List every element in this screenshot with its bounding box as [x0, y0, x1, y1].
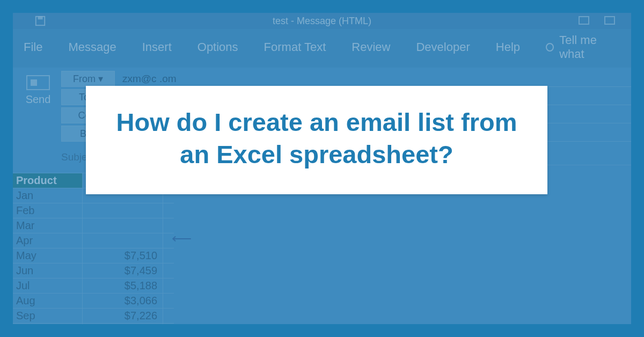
window-titlebar: test - Message (HTML) — [13, 13, 631, 29]
sheet-row: Jul$5,188 — [13, 278, 174, 293]
tell-me-label: Tell me what — [559, 33, 620, 61]
send-button[interactable]: Send — [26, 93, 51, 106]
sheet-row: Aug$3,066 — [13, 293, 174, 308]
sheet-row: Jun$7,459 — [13, 263, 174, 278]
from-button[interactable]: From ▾ — [61, 71, 115, 87]
embedded-spreadsheet: Product Jan Feb Mar Apr May$7,510 Jun$7,… — [13, 173, 174, 324]
ribbon-tab-options[interactable]: Options — [197, 40, 238, 54]
featured-image-card: test - Message (HTML) File Message Inser… — [0, 0, 644, 337]
window-controls — [579, 16, 615, 25]
sheet-row: Mar — [13, 218, 174, 233]
maximize-icon[interactable] — [604, 16, 615, 25]
save-icon — [34, 15, 46, 27]
send-column: Send — [15, 71, 61, 144]
ribbon-tabs: File Message Insert Options Format Text … — [13, 29, 631, 68]
sheet-row: Sep$7,226 — [13, 308, 174, 323]
minimize-icon[interactable] — [579, 16, 589, 25]
sheet-row: May$7,510 — [13, 248, 174, 263]
headline-text: How do I create an email list from an Ex… — [107, 106, 526, 171]
tell-me-search[interactable]: Tell me what — [546, 33, 620, 61]
headline-card: How do I create an email list from an Ex… — [86, 86, 547, 194]
svg-rect-1 — [38, 17, 42, 20]
sheet-row: Apr — [13, 233, 174, 248]
send-icon[interactable] — [26, 75, 50, 90]
lightbulb-icon — [546, 43, 554, 52]
ribbon-tab-review[interactable]: Review — [352, 40, 390, 54]
sheet-row: Feb — [13, 203, 174, 218]
ribbon-tab-format-text[interactable]: Format Text — [264, 40, 326, 54]
window-title: test - Message (HTML) — [273, 16, 371, 27]
from-value[interactable]: zxm@c .om — [120, 71, 631, 87]
ribbon-tab-insert[interactable]: Insert — [142, 40, 172, 54]
ribbon-tab-file[interactable]: File — [24, 40, 42, 54]
ribbon-tab-developer[interactable]: Developer — [416, 40, 470, 54]
sheet-row: Oct$6,357 — [13, 323, 174, 324]
sheet-header: Product — [13, 173, 83, 188]
arrow-annotation: ⟵ — [172, 230, 192, 247]
ribbon-tab-help[interactable]: Help — [496, 40, 520, 54]
ribbon-tab-message[interactable]: Message — [68, 40, 116, 54]
